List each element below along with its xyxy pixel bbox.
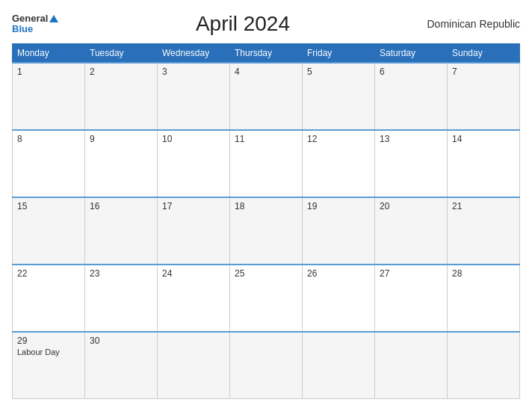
calendar-day-cell: 30 — [85, 332, 158, 399]
day-number: 12 — [307, 134, 370, 144]
calendar-day-cell: 12 — [303, 130, 375, 197]
calendar-day-cell: 24 — [158, 265, 230, 332]
calendar-day-cell: 11 — [230, 130, 303, 197]
day-number: 27 — [380, 268, 442, 279]
logo-blue-text: Blue — [12, 24, 33, 34]
calendar-day-cell: 16 — [85, 197, 158, 265]
day-number: 16 — [90, 201, 152, 211]
calendar-day-cell: 8 — [13, 130, 85, 197]
calendar-title: April 2024 — [196, 12, 290, 36]
calendar-week-row: 1234567 — [13, 63, 520, 130]
day-number: 5 — [307, 67, 370, 77]
col-wednesday: Wednesday — [158, 44, 230, 64]
day-number: 18 — [235, 201, 297, 211]
day-number: 10 — [162, 134, 225, 144]
calendar-day-cell: 25 — [230, 265, 303, 332]
calendar-day-cell: 3 — [158, 63, 230, 130]
day-number: 7 — [452, 67, 515, 77]
day-number: 19 — [307, 201, 370, 211]
calendar-day-cell: 19 — [303, 197, 375, 265]
col-saturday: Saturday — [375, 44, 448, 64]
holiday-label: Labour Day — [17, 347, 80, 356]
day-number: 9 — [90, 134, 152, 144]
calendar-day-cell: 4 — [230, 63, 303, 130]
calendar-header: General Blue April 2024 Dominican Republ… — [12, 12, 520, 36]
calendar-week-row: 22232425262728 — [13, 265, 520, 332]
day-number: 8 — [17, 134, 80, 144]
col-monday: Monday — [13, 44, 85, 64]
calendar-day-cell: 6 — [375, 63, 448, 130]
calendar-day-cell: 13 — [375, 130, 448, 197]
day-number: 25 — [235, 268, 297, 279]
day-number: 29 — [17, 336, 80, 346]
calendar-day-cell: 18 — [230, 197, 303, 265]
col-thursday: Thursday — [230, 44, 303, 64]
day-number: 11 — [235, 134, 297, 144]
calendar-day-cell: 9 — [85, 130, 158, 197]
calendar-day-cell — [448, 332, 520, 399]
calendar-day-cell — [230, 332, 303, 399]
calendar-table: Monday Tuesday Wednesday Thursday Friday… — [12, 43, 520, 399]
calendar-day-cell: 7 — [448, 63, 520, 130]
calendar-day-cell — [158, 332, 230, 399]
calendar-day-cell: 20 — [375, 197, 448, 265]
calendar-week-row: 15161718192021 — [13, 197, 520, 265]
calendar-week-row: 29Labour Day30 — [13, 332, 520, 399]
calendar-day-cell: 17 — [158, 197, 230, 265]
day-number: 4 — [235, 67, 297, 77]
calendar-day-cell: 23 — [85, 265, 158, 332]
day-number: 30 — [90, 336, 152, 346]
calendar-day-cell: 26 — [303, 265, 375, 332]
day-number: 21 — [452, 201, 515, 211]
calendar-day-cell: 1 — [13, 63, 85, 130]
day-number: 1 — [17, 67, 80, 77]
day-number: 23 — [90, 268, 152, 279]
col-tuesday: Tuesday — [85, 44, 158, 64]
region-label: Dominican Republic — [427, 18, 520, 30]
day-number: 2 — [90, 67, 152, 77]
calendar-day-cell — [375, 332, 448, 399]
calendar-day-cell: 27 — [375, 265, 448, 332]
calendar-day-cell: 21 — [448, 197, 520, 265]
calendar-day-cell: 14 — [448, 130, 520, 197]
logo: General Blue — [12, 13, 58, 35]
day-number: 3 — [162, 67, 225, 77]
col-sunday: Sunday — [448, 44, 520, 64]
col-friday: Friday — [303, 44, 375, 64]
day-number: 24 — [162, 268, 225, 279]
calendar-day-cell — [303, 332, 375, 399]
day-number: 28 — [452, 268, 515, 279]
day-number: 6 — [380, 67, 442, 77]
calendar-day-cell: 29Labour Day — [13, 332, 85, 399]
logo-triangle-icon — [49, 15, 58, 22]
calendar-day-cell: 28 — [448, 265, 520, 332]
day-number: 17 — [162, 201, 225, 211]
logo-general-text: General — [12, 13, 48, 24]
calendar-day-cell: 2 — [85, 63, 158, 130]
calendar-day-cell: 22 — [13, 265, 85, 332]
weekday-header-row: Monday Tuesday Wednesday Thursday Friday… — [13, 44, 520, 64]
calendar-day-cell: 5 — [303, 63, 375, 130]
calendar-week-row: 891011121314 — [13, 130, 520, 197]
day-number: 22 — [17, 268, 80, 279]
day-number: 14 — [452, 134, 515, 144]
day-number: 13 — [380, 134, 442, 144]
day-number: 20 — [380, 201, 442, 211]
calendar-day-cell: 10 — [158, 130, 230, 197]
day-number: 26 — [307, 268, 370, 279]
calendar-day-cell: 15 — [13, 197, 85, 265]
day-number: 15 — [17, 201, 80, 211]
